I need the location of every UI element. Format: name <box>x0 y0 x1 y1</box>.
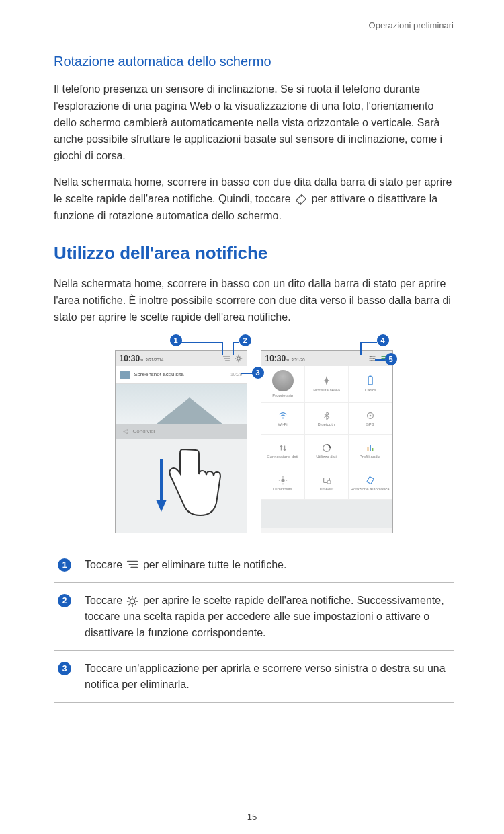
qs-tile-data[interactable]: Connessione dati <box>261 435 305 467</box>
tile-label: Rotazione automatica <box>350 487 389 491</box>
phone-screenshot-right: 10:30m. 3/31/20 Proprietario <box>261 350 393 533</box>
svg-rect-36 <box>370 445 371 451</box>
screenshot-thumb-icon <box>120 371 130 379</box>
svg-point-44 <box>327 480 330 484</box>
section2-para1: Nella schermata home, scorrere in basso … <box>54 276 454 326</box>
data-usage-icon <box>322 443 331 453</box>
svg-line-9 <box>236 356 237 356</box>
qs-tile-bluetooth[interactable]: Bluetooth <box>305 403 349 435</box>
callout-line-3 <box>241 373 253 374</box>
legend-row-1: 1 Toccare per eliminare tutte le notific… <box>54 547 454 583</box>
svg-line-55 <box>136 604 137 605</box>
tile-label: Carica <box>365 388 376 392</box>
svg-line-54 <box>129 597 130 599</box>
legend-text-1: Toccare per eliminare tutte le notifiche… <box>85 557 286 573</box>
qs-tile-airplane[interactable]: Modalità aereo <box>305 366 349 402</box>
svg-point-23 <box>370 356 371 357</box>
legend-num-3: 3 <box>58 662 71 675</box>
qs-tile-wifi[interactable]: Wi-Fi <box>261 403 305 435</box>
svg-line-17 <box>124 432 127 433</box>
svg-point-25 <box>371 360 372 361</box>
tile-label: Profili audio <box>360 455 380 459</box>
share-row[interactable]: Condividi <box>116 424 247 439</box>
gps-icon <box>366 411 375 420</box>
legend-table: 1 Toccare per eliminare tutte le notific… <box>54 547 454 703</box>
sliders-icon[interactable] <box>368 354 376 363</box>
svg-line-56 <box>129 604 130 605</box>
qs-tile-gps[interactable]: GPS <box>349 403 392 435</box>
brightness-icon <box>278 476 288 485</box>
svg-rect-37 <box>372 448 373 451</box>
hand-icon <box>146 439 226 533</box>
tile-label: Luminosità <box>273 487 292 491</box>
svg-point-33 <box>369 414 371 416</box>
page-number: 15 <box>0 812 504 822</box>
svg-line-16 <box>124 430 127 431</box>
callout-line-1 <box>177 342 222 343</box>
audio-profile-icon <box>366 443 375 453</box>
battery-icon <box>365 375 376 386</box>
svg-line-12 <box>240 356 241 356</box>
status-time: 10:30 <box>120 354 140 363</box>
callout-line-2b <box>233 342 234 355</box>
qs-tile-autorotate[interactable]: Rotazione automatica <box>349 467 392 500</box>
tile-label: Wi-Fi <box>278 422 288 426</box>
svg-rect-35 <box>367 447 368 451</box>
section1-para2: Nella schermata home, scorrere in basso … <box>54 174 454 224</box>
status-bar: 10:30m. 3/31/20 <box>261 351 392 366</box>
clear-all-icon <box>126 560 138 572</box>
callout-4: 4 <box>377 334 389 346</box>
wifi-icon <box>278 411 288 420</box>
qs-tile-usage[interactable]: Utilizzo dati <box>305 435 349 467</box>
legend-num-1: 1 <box>58 558 71 572</box>
qs-tile-timeout[interactable]: Timeout <box>305 467 349 500</box>
callout-5: 5 <box>385 353 397 365</box>
tile-label: Connessione dati <box>267 455 298 459</box>
status-bar: 10:30m. 3/31/2014 <box>116 351 247 366</box>
callout-3: 3 <box>252 367 264 379</box>
owner-avatar-icon <box>272 370 294 391</box>
svg-rect-29 <box>368 377 372 385</box>
qs-tile-brightness[interactable]: Luminosità <box>261 467 305 500</box>
qs-tile-battery[interactable]: Carica <box>349 366 392 402</box>
tile-label: Modalità aereo <box>313 388 340 392</box>
tile-label: GPS <box>366 422 374 426</box>
tile-label: Timeout <box>319 487 333 491</box>
qs-tile-audio[interactable]: Profili audio <box>349 435 392 467</box>
svg-rect-30 <box>370 376 372 377</box>
legend-row-3: 3 Toccare un'applicazione per aprirla e … <box>54 651 454 703</box>
status-time-suffix: m. 3/31/2014 <box>140 358 163 362</box>
owner-tile[interactable]: Proprietario <box>261 366 305 402</box>
callout-line-4 <box>360 342 377 343</box>
callout-line-4b <box>360 342 362 355</box>
bluetooth-icon <box>322 411 331 420</box>
legend-row-2: 2 Toccare per aprire le scelte rapide de… <box>54 583 454 651</box>
share-label: Condividi <box>133 428 155 434</box>
legend-text-2: Toccare per aprire le scelte rapide dell… <box>85 593 450 641</box>
phone-screenshot-left: 10:30m. 3/31/2014 Screenshot acqu <box>115 350 247 533</box>
section-heading-notifiche: Utilizzo dell'area notifiche <box>54 243 454 264</box>
screenshot-preview <box>116 384 247 424</box>
section-heading-rotation: Rotazione automatica dello schermo <box>54 54 454 69</box>
callout-line-5 <box>375 359 385 361</box>
tile-label: Utilizzo dati <box>316 455 337 459</box>
svg-line-10 <box>240 360 241 361</box>
svg-line-11 <box>236 360 237 361</box>
notification-row[interactable]: Screenshot acquisita 10:29 <box>116 366 247 384</box>
callout-1: 1 <box>170 334 182 346</box>
blank-area <box>261 500 392 528</box>
legend-num-2: 2 <box>58 594 71 607</box>
svg-point-31 <box>282 417 283 418</box>
section1-para1: Il telefono presenza un sensore di incli… <box>54 81 454 165</box>
settings-gear-icon <box>126 595 138 607</box>
notification-title: Screenshot acquisita <box>134 371 184 377</box>
svg-line-57 <box>136 597 137 599</box>
tile-label: Bluetooth <box>318 422 335 426</box>
owner-label: Proprietario <box>272 393 293 397</box>
clear-all-icon[interactable] <box>222 354 230 363</box>
callout-2: 2 <box>239 334 251 346</box>
settings-gear-icon[interactable] <box>235 354 243 363</box>
svg-point-4 <box>237 357 240 361</box>
timeout-icon <box>322 476 331 485</box>
status-time-suffix: m. 3/31/20 <box>286 358 304 362</box>
